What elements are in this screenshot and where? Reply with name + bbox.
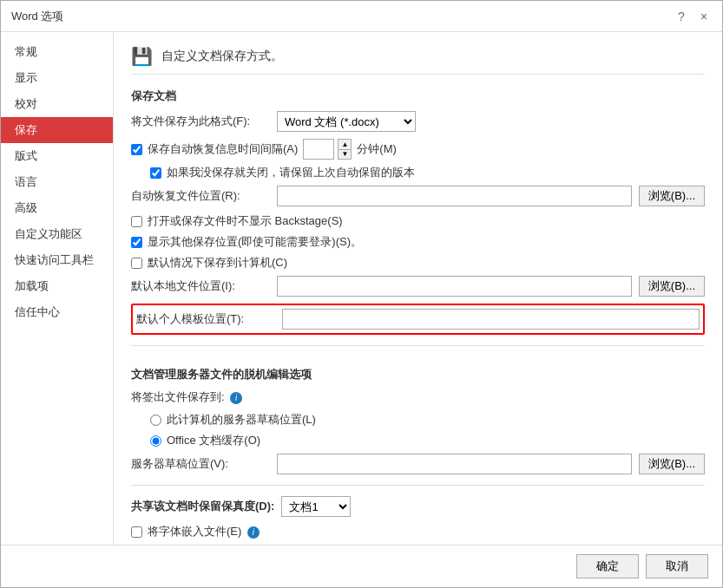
backstage-row: 打开或保存文件时不显示 Backstage(S) (131, 213, 705, 229)
spin-down-button[interactable]: ▼ (338, 149, 352, 160)
autosave-number-input[interactable]: 5 (303, 139, 334, 160)
save-docs-group-title: 保存文档 (131, 88, 705, 104)
default-file-loc-row: 默认本地文件位置(I): \\Mac\Home\Documents\ 浏览(B)… (131, 276, 705, 297)
autosave-label[interactable]: 保存自动恢复信息时间间隔(A) (148, 141, 298, 157)
doc-name-combo-wrapper: 文档1 (281, 496, 351, 517)
sidebar-item-general[interactable]: 常规 (1, 39, 113, 65)
embed-fonts-checkbox[interactable] (131, 526, 142, 538)
doc-name-select[interactable]: 文档1 (281, 496, 351, 517)
backstage-label[interactable]: 打开或保存文件时不显示 Backstage(S) (148, 213, 343, 229)
default-file-loc-label: 默认本地文件位置(I): (131, 278, 270, 294)
server-drafts-radio-row: 此计算机的服务器草稿位置(L) (150, 412, 705, 428)
save-icon: 💾 (131, 46, 153, 67)
title-bar: Word 选项 ? × (1, 1, 722, 32)
keep-version-checkbox[interactable] (150, 167, 161, 179)
autosave-checkbox[interactable] (131, 144, 142, 155)
checkin-info-icon: i (230, 392, 242, 404)
server-drafts-radio[interactable] (150, 415, 161, 426)
default-local-row: 默认情况下保存到计算机(C) (131, 255, 705, 271)
default-local-checkbox[interactable] (131, 258, 142, 269)
browse1-button[interactable]: 浏览(B)... (639, 186, 705, 206)
default-file-loc-input[interactable]: \\Mac\Home\Documents\ (277, 276, 632, 297)
format-combo-wrapper: Word 文档 (*.docx) (277, 111, 416, 132)
show-locations-row: 显示其他保存位置(即使可能需要登录)(S)。 (131, 234, 705, 250)
default-template-input[interactable]: Z:\Users\Jacory\OneDrive\SomethingBackup… (282, 309, 700, 330)
sidebar-item-customize-ribbon[interactable]: 自定义功能区 (1, 221, 113, 247)
autosave-row: 保存自动恢复信息时间间隔(A) 5 ▲ ▼ 分钟(M) (131, 139, 705, 160)
autosave-unit: 分钟(M) (357, 141, 397, 157)
section-header: 💾 自定义文档保存方式。 (131, 46, 705, 75)
section-title: 自定义文档保存方式。 (161, 49, 283, 64)
format-row: 将文件保存为此格式(F): Word 文档 (*.docx) (131, 111, 705, 132)
office-cache-label[interactable]: Office 文档缓存(O) (167, 433, 260, 448)
autosave-spinner: ▲ ▼ (338, 139, 352, 160)
cancel-button[interactable]: 取消 (646, 554, 708, 578)
word-options-dialog: Word 选项 ? × 常规 显示 校对 保存 版式 语言 高级 自定义功能区 … (0, 0, 723, 588)
offline-section-title: 文档管理服务器文件的脱机编辑选项 (131, 367, 705, 382)
close-button[interactable]: × (696, 9, 712, 24)
title-bar-controls: ? × (674, 9, 712, 24)
embed-fonts-row: 将字体嵌入文件(E) i (131, 524, 705, 539)
server-drafts-label[interactable]: 此计算机的服务器草稿位置(L) (167, 412, 316, 428)
sidebar-item-trust-center[interactable]: 信任中心 (1, 299, 113, 325)
keep-version-row: 如果我没保存就关闭，请保留上次自动保留的版本 (150, 165, 705, 180)
spin-up-button[interactable]: ▲ (338, 139, 352, 149)
server-drafts-loc-input[interactable]: \\Mac\Home\Documents\SharePoint 草稿\ (277, 454, 632, 474)
server-drafts-loc-label: 服务器草稿位置(V): (131, 456, 270, 472)
checkin-row: 将签出文件保存到: i (131, 389, 705, 405)
sidebar-item-display[interactable]: 显示 (1, 65, 113, 91)
embed-fonts-info-icon: i (247, 526, 260, 539)
format-select[interactable]: Word 文档 (*.docx) (277, 111, 416, 132)
dialog-title: Word 选项 (11, 9, 63, 24)
show-locations-checkbox[interactable] (131, 237, 142, 248)
autorecover-label: 自动恢复文件位置(R): (131, 188, 270, 204)
autorecover-row: 自动恢复文件位置(R): C:\Users\Jacory\AppData\Roa… (131, 186, 705, 206)
content-area: 常规 显示 校对 保存 版式 语言 高级 自定义功能区 快速访问工具栏 加载项 … (1, 32, 722, 545)
sidebar-item-quick-access[interactable]: 快速访问工具栏 (1, 247, 113, 273)
office-cache-radio-row: Office 文档缓存(O) (150, 433, 705, 448)
help-button[interactable]: ? (674, 9, 689, 24)
sidebar-item-save[interactable]: 保存 (1, 117, 113, 143)
backstage-checkbox[interactable] (131, 216, 142, 227)
autorecover-input[interactable]: C:\Users\Jacory\AppData\Roaming\Microsof… (277, 186, 632, 206)
autosave-number-group: 5 ▲ ▼ (303, 139, 352, 160)
default-template-row: 默认个人模板位置(T): Z:\Users\Jacory\OneDrive\So… (131, 304, 705, 335)
default-template-label: 默认个人模板位置(T): (136, 311, 275, 327)
office-cache-radio[interactable] (150, 435, 161, 447)
preserve-header-row: 共享该文档时保留保真度(D): 文档1 (131, 496, 705, 517)
offline-section: 文档管理服务器文件的脱机编辑选项 将签出文件保存到: i 此计算机的服务器草稿位… (131, 345, 705, 474)
dialog-footer: 确定 取消 (1, 545, 722, 587)
browse3-button[interactable]: 浏览(B)... (639, 454, 705, 474)
sidebar-item-proofing[interactable]: 校对 (1, 91, 113, 117)
browse2-button[interactable]: 浏览(B)... (639, 276, 705, 297)
sidebar-item-layout[interactable]: 版式 (1, 143, 113, 169)
sidebar: 常规 显示 校对 保存 版式 语言 高级 自定义功能区 快速访问工具栏 加载项 … (1, 32, 114, 545)
sidebar-item-advanced[interactable]: 高级 (1, 195, 113, 221)
sidebar-item-addins[interactable]: 加载项 (1, 273, 113, 299)
server-drafts-loc-row: 服务器草稿位置(V): \\Mac\Home\Documents\SharePo… (131, 454, 705, 474)
ok-button[interactable]: 确定 (576, 554, 639, 578)
sidebar-item-language[interactable]: 语言 (1, 169, 113, 195)
format-label: 将文件保存为此格式(F): (131, 114, 270, 129)
preserve-section-title: 共享该文档时保留保真度(D): (131, 499, 274, 514)
embed-fonts-label[interactable]: 将字体嵌入文件(E) i (148, 524, 260, 539)
keep-version-label[interactable]: 如果我没保存就关闭，请保留上次自动保留的版本 (167, 165, 415, 180)
default-local-label[interactable]: 默认情况下保存到计算机(C) (148, 255, 287, 271)
checkin-label: 将签出文件保存到: i (131, 389, 270, 405)
preserve-section: 共享该文档时保留保真度(D): 文档1 将字体嵌入文件(E) i (131, 485, 705, 545)
main-panel: 💾 自定义文档保存方式。 保存文档 将文件保存为此格式(F): Word 文档 … (114, 32, 722, 545)
show-locations-label[interactable]: 显示其他保存位置(即使可能需要登录)(S)。 (148, 234, 362, 250)
